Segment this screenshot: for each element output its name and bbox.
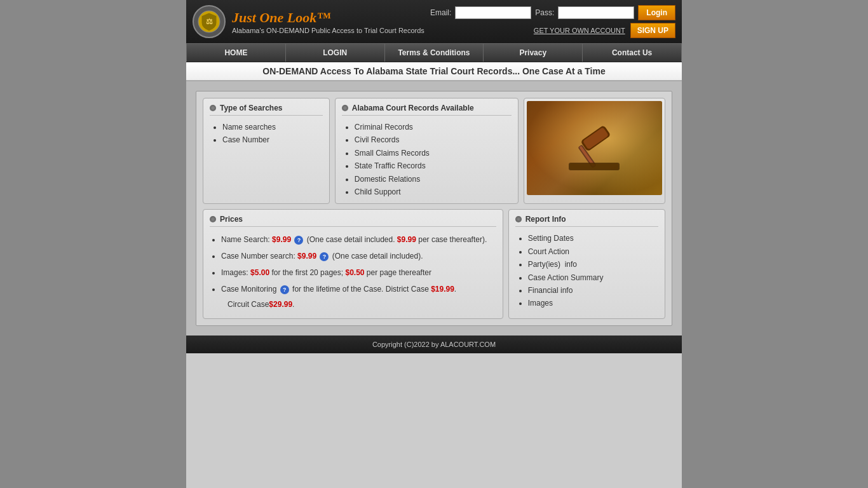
records-box: Alabama Court Records Available Criminal… xyxy=(335,98,519,204)
price-circuit: $29.99 xyxy=(269,300,292,309)
list-item: Financial info xyxy=(528,284,658,297)
main-content: Type of Searches Name searches Case Numb… xyxy=(186,81,682,336)
content-inner: Type of Searches Name searches Case Numb… xyxy=(196,91,672,326)
price-per-case: $9.99 xyxy=(397,235,416,244)
svg-rect-7 xyxy=(570,163,618,170)
top-row: Type of Searches Name searches Case Numb… xyxy=(203,98,665,204)
footer: Copyright (C)2022 by ALACOURT.COM xyxy=(186,336,682,353)
nav-login[interactable]: LOGIN xyxy=(286,44,385,62)
list-item: Party(ies) info xyxy=(528,258,658,271)
help-icon-monitoring[interactable]: ? xyxy=(280,285,289,294)
prices-list: Name Search: $9.99 ? (One case detail in… xyxy=(210,232,496,312)
navbar: HOME LOGIN Terms & Conditions Privacy Co… xyxy=(186,43,682,62)
prices-title: Prices xyxy=(210,215,496,227)
email-input[interactable] xyxy=(455,6,531,19)
list-item: Images: $5.00 for the first 20 pages; $0… xyxy=(221,265,496,280)
price-per-page: $0.50 xyxy=(345,268,364,277)
image-box xyxy=(524,98,665,204)
banner-text: ON-DEMAND Access To Alabama State Trial … xyxy=(262,66,605,76)
help-icon-case[interactable]: ? xyxy=(320,252,329,261)
report-list: Setting Dates Court Action Party(ies) in… xyxy=(515,232,658,309)
list-item: Small Claims Records xyxy=(355,147,512,159)
searches-list: Name searches Case Number xyxy=(210,121,323,147)
list-item: Case Monitoring ? for the lifetime of th… xyxy=(221,281,496,312)
nav-terms[interactable]: Terms & Conditions xyxy=(385,44,484,62)
list-item: State Traffic Records xyxy=(355,159,512,172)
list-item: Setting Dates xyxy=(528,232,658,245)
prices-box: Prices Name Search: $9.99 ? (One case de… xyxy=(203,209,503,319)
pass-label: Pass: xyxy=(535,8,554,17)
nav-privacy[interactable]: Privacy xyxy=(484,44,583,62)
logo-text-block: Just One Look™ Alabama's ON-DEMAND Publi… xyxy=(232,10,424,34)
list-item: Images xyxy=(528,297,658,309)
banner: ON-DEMAND Access To Alabama State Trial … xyxy=(186,62,682,81)
footer-text: Copyright (C)2022 by ALACOURT.COM xyxy=(372,341,496,348)
nav-contact[interactable]: Contact Us xyxy=(583,44,682,62)
auth-row: Email: Pass: Login xyxy=(430,5,675,20)
list-item: Domestic Relations xyxy=(355,173,512,186)
list-item: Name Search: $9.99 ? (One case detail in… xyxy=(221,232,496,247)
auth-section: Email: Pass: Login GET YOUR OWN ACCOUNT … xyxy=(430,5,675,38)
price-name-search: $9.99 xyxy=(272,235,291,244)
list-item: Case Action Summary xyxy=(528,271,658,284)
site-title: Just One Look™ xyxy=(232,10,424,26)
report-title: Report Info xyxy=(515,215,658,227)
svg-text:⚖: ⚖ xyxy=(206,17,213,26)
list-item: Criminal Records xyxy=(355,121,512,133)
price-district: $19.99 xyxy=(431,285,454,294)
signup-button[interactable]: SIGN UP xyxy=(630,23,675,38)
list-item: Case Number search: $9.99 ? (One case de… xyxy=(221,248,496,264)
prices-dot-icon xyxy=(210,216,216,222)
list-item: Civil Records xyxy=(355,133,512,146)
bottom-row: Prices Name Search: $9.99 ? (One case de… xyxy=(203,209,665,319)
report-dot-icon xyxy=(515,216,522,222)
password-input[interactable] xyxy=(558,6,634,19)
help-icon-name[interactable]: ? xyxy=(294,236,303,245)
list-item: Name searches xyxy=(222,121,323,133)
searches-dot-icon xyxy=(210,105,216,111)
price-case-number: $9.99 xyxy=(297,252,316,261)
records-dot-icon xyxy=(342,105,348,111)
records-title: Alabama Court Records Available xyxy=(342,104,512,116)
login-button[interactable]: Login xyxy=(638,5,675,20)
report-box: Report Info Setting Dates Court Action P… xyxy=(508,209,665,319)
site-subtitle: Alabama's ON-DEMAND Public Access to Tri… xyxy=(232,27,424,34)
email-label: Email: xyxy=(430,8,451,17)
searches-title: Type of Searches xyxy=(210,104,323,116)
signup-row: GET YOUR OWN ACCOUNT SIGN UP xyxy=(534,23,675,38)
nav-home[interactable]: HOME xyxy=(186,44,286,62)
header-logo: ⚖ Just One Look™ Alabama's ON-DEMAND Pub… xyxy=(193,5,424,38)
list-item: Child Support xyxy=(355,186,512,198)
searches-box: Type of Searches Name searches Case Numb… xyxy=(203,98,330,204)
signup-link[interactable]: GET YOUR OWN ACCOUNT xyxy=(534,27,625,34)
logo-shield-icon: ⚖ xyxy=(193,5,226,38)
gavel-image xyxy=(527,101,662,195)
list-item: Court Action xyxy=(528,245,658,258)
header: ⚖ Just One Look™ Alabama's ON-DEMAND Pub… xyxy=(186,0,682,43)
records-list: Criminal Records Civil Records Small Cla… xyxy=(342,121,512,198)
price-images: $5.00 xyxy=(250,268,269,277)
list-item: Case Number xyxy=(222,133,323,146)
